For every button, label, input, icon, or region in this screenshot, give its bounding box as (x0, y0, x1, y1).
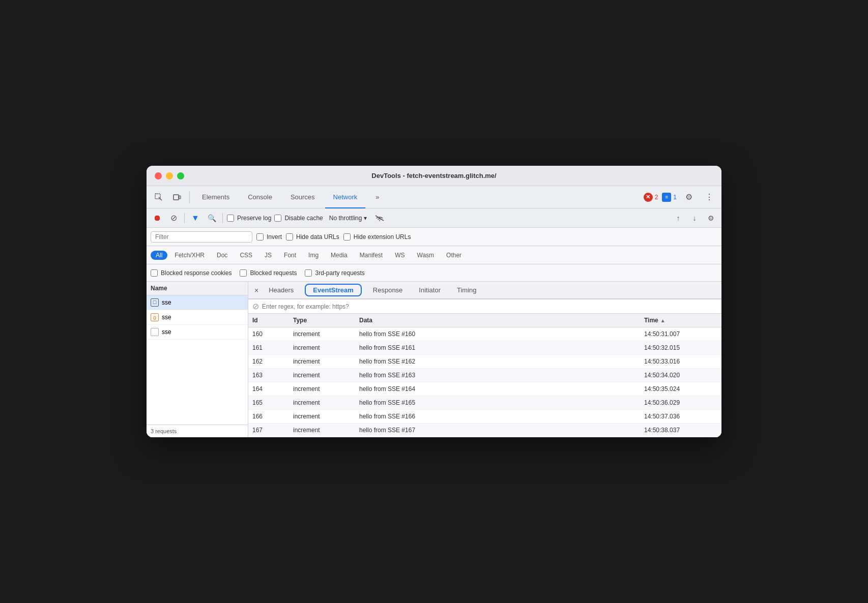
event-row[interactable]: 167 increment hello from SSE #167 14:50:… (248, 424, 721, 437)
event-row[interactable]: 163 increment hello from SSE #163 14:50:… (248, 369, 721, 382)
event-id-cell: 166 (248, 410, 289, 423)
inspect-element-icon[interactable] (151, 189, 167, 205)
event-data-cell: hello from SSE #167 (355, 424, 640, 437)
tab-elements[interactable]: Elements (194, 186, 238, 208)
close-detail-button[interactable]: × (252, 282, 261, 298)
event-row[interactable]: 161 increment hello from SSE #161 14:50:… (248, 341, 721, 355)
invert-checkbox[interactable] (256, 233, 264, 240)
error-badge: ✕ 2 (644, 193, 658, 202)
no-entry-icon: ⊘ (252, 302, 259, 311)
export-har-icon[interactable]: ↑ (672, 212, 685, 225)
nav-divider (189, 191, 190, 203)
event-type-cell: increment (289, 369, 355, 382)
event-time-cell: 14:50:34.020 (640, 369, 721, 382)
type-filter-css[interactable]: CSS (235, 251, 257, 260)
detail-tabs: × Headers EventStream Response Initiator (248, 282, 721, 299)
toolbar: ⏺ ⊘ ▼ 🔍 Preserve log Disable cache No th… (147, 208, 721, 228)
event-data-cell: hello from SSE #162 (355, 355, 640, 368)
tab-network[interactable]: Network (325, 186, 366, 208)
event-time-cell: 14:50:38.037 (640, 424, 721, 437)
settings-icon[interactable]: ⚙ (681, 189, 697, 205)
console-icon: ≡ (662, 193, 671, 202)
throttle-dropdown[interactable]: No throttling ▾ (326, 214, 370, 223)
clear-button[interactable]: ⊘ (167, 212, 180, 225)
window-title: DevTools - fetch-eventstream.glitch.me/ (371, 172, 496, 179)
event-time-cell: 14:50:32.015 (640, 341, 721, 354)
console-badge: ≡ 1 (662, 193, 677, 202)
network-conditions-icon[interactable] (373, 212, 386, 225)
regex-input[interactable] (262, 303, 717, 310)
col-time-header[interactable]: Time ▲ (640, 314, 721, 327)
event-id-cell: 164 (248, 382, 289, 396)
blocked-cookies-label[interactable]: Blocked response cookies (151, 269, 232, 277)
tab-sources[interactable]: Sources (282, 186, 323, 208)
svg-rect-1 (173, 195, 179, 200)
type-filter-doc[interactable]: Doc (212, 251, 233, 260)
request-item-sse-2[interactable]: {} sse (147, 310, 248, 325)
blocked-requests-checkbox[interactable] (240, 269, 247, 277)
tab-headers[interactable]: Headers (261, 282, 302, 298)
filter-icon[interactable]: ▼ (189, 212, 202, 225)
tab-eventstream[interactable]: EventStream (305, 284, 361, 296)
type-filter-ws[interactable]: WS (390, 251, 410, 260)
hide-ext-urls-checkbox[interactable] (343, 233, 351, 240)
type-filter-manifest[interactable]: Manifest (355, 251, 388, 260)
event-id-cell: 161 (248, 341, 289, 354)
type-filter-js[interactable]: JS (259, 251, 277, 260)
detail-panel: × Headers EventStream Response Initiator (248, 282, 721, 437)
network-settings-icon[interactable]: ⚙ (704, 212, 717, 225)
type-filter-wasm[interactable]: Wasm (412, 251, 440, 260)
event-row[interactable]: 166 increment hello from SSE #166 14:50:… (248, 410, 721, 424)
filter-input[interactable] (151, 231, 252, 243)
tab-response[interactable]: Response (365, 282, 411, 298)
request-icon-plain (151, 328, 159, 336)
col-type-header: Type (289, 314, 355, 327)
tab-console[interactable]: Console (240, 186, 280, 208)
hide-ext-urls-label[interactable]: Hide extension URLs (343, 233, 411, 240)
event-data-cell: hello from SSE #160 (355, 327, 640, 341)
more-menu-icon[interactable]: ⋮ (701, 189, 717, 205)
hide-data-urls-label[interactable]: Hide data URLs (286, 233, 339, 240)
request-item-sse-1[interactable]: ☐ sse (147, 295, 248, 310)
close-button[interactable] (155, 172, 162, 179)
traffic-lights (155, 172, 184, 179)
blocked-requests-label[interactable]: Blocked requests (240, 269, 297, 277)
request-item-sse-3[interactable]: sse (147, 325, 248, 340)
type-filter-font[interactable]: Font (279, 251, 301, 260)
type-filter-all[interactable]: All (151, 251, 167, 260)
event-type-cell: increment (289, 396, 355, 409)
event-data-cell: hello from SSE #161 (355, 341, 640, 354)
minimize-button[interactable] (166, 172, 173, 179)
tab-initiator[interactable]: Initiator (411, 282, 449, 298)
preserve-log-label[interactable]: Preserve log (227, 215, 271, 222)
disable-cache-label[interactable]: Disable cache (274, 215, 323, 222)
invert-label[interactable]: Invert (256, 233, 282, 240)
event-data-cell: hello from SSE #163 (355, 369, 640, 382)
type-filter-media[interactable]: Media (326, 251, 353, 260)
tab-timing[interactable]: Timing (449, 282, 485, 298)
event-row[interactable]: 160 increment hello from SSE #160 14:50:… (248, 327, 721, 341)
search-icon[interactable]: 🔍 (205, 212, 218, 225)
regex-filter-bar: ⊘ (248, 299, 721, 314)
third-party-requests-label[interactable]: 3rd-party requests (305, 269, 364, 277)
type-filter-other[interactable]: Other (441, 251, 467, 260)
third-party-requests-checkbox[interactable] (305, 269, 312, 277)
type-filter-fetch-xhr[interactable]: Fetch/XHR (169, 251, 210, 260)
event-row[interactable]: 165 increment hello from SSE #165 14:50:… (248, 396, 721, 410)
event-type-cell: increment (289, 355, 355, 368)
tab-more[interactable]: » (367, 186, 387, 208)
blocked-cookies-checkbox[interactable] (151, 269, 158, 277)
import-har-icon[interactable]: ↓ (688, 212, 701, 225)
event-row[interactable]: 162 increment hello from SSE #162 14:50:… (248, 355, 721, 369)
hide-data-urls-checkbox[interactable] (286, 233, 293, 240)
record-button[interactable]: ⏺ (151, 212, 164, 225)
maximize-button[interactable] (177, 172, 184, 179)
sort-arrow-icon: ▲ (660, 318, 666, 323)
event-data-cell: hello from SSE #166 (355, 410, 640, 423)
main-content: Name ☐ sse {} sse sse 3 requests (147, 282, 721, 437)
preserve-log-checkbox[interactable] (227, 215, 234, 222)
disable-cache-checkbox[interactable] (274, 215, 281, 222)
type-filter-img[interactable]: Img (303, 251, 324, 260)
event-row[interactable]: 164 increment hello from SSE #164 14:50:… (248, 382, 721, 396)
device-toolbar-icon[interactable] (169, 189, 185, 205)
